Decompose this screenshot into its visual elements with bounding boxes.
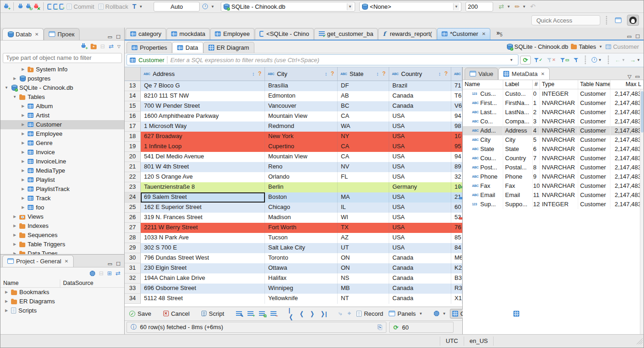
cell-extra[interactable]: B3: [451, 273, 462, 284]
sidebar-item-artist[interactable]: ▶Artist: [0, 111, 124, 120]
expand-arrow-icon[interactable]: ▶: [21, 205, 25, 209]
expand-arrow-icon[interactable]: ▶: [21, 113, 25, 117]
cell-city[interactable]: Brasília: [265, 81, 338, 91]
meta-column-header-label[interactable]: Label: [503, 80, 533, 89]
new-folder-icon[interactable]: +: [91, 45, 97, 49]
meta-row-city[interactable]: ABCCityCity5NVARCHARCustomer2,147,483: [463, 135, 644, 145]
cell-extra[interactable]: 85: [451, 233, 462, 243]
column-header-datasource[interactable]: DataSource: [60, 279, 96, 287]
maximize-icon[interactable]: ☐: [116, 261, 121, 267]
cell-state[interactable]: CA: [338, 152, 389, 162]
meta-column-header-max-l[interactable]: Max L: [610, 80, 644, 89]
tab-properties[interactable]: Properties: [126, 42, 172, 53]
cell-extra[interactable]: 10: [451, 132, 462, 142]
cell-country[interactable]: Canada: [389, 91, 451, 101]
cell-address[interactable]: 1600 Amphitheatre Parkway: [141, 111, 265, 122]
sidebar-item-invoice[interactable]: ▶Invoice: [0, 148, 124, 157]
cell-state[interactable]: NV: [338, 162, 389, 172]
apply-filter-button[interactable]: ✓: [533, 57, 544, 64]
cell-state[interactable]: CA: [338, 111, 389, 122]
cell-state[interactable]: WA: [338, 122, 389, 132]
delete-row-button[interactable]: −: [269, 310, 278, 317]
cell-address[interactable]: 194A Chain Lake Drive: [141, 273, 265, 284]
custom-filter-button[interactable]: [572, 57, 580, 64]
open-perspective-button[interactable]: [612, 15, 624, 26]
expand-arrow-icon[interactable]: ▶: [21, 132, 25, 136]
sidebar-item-sqlite-chinook-db[interactable]: ▼✓SQLite - Chinook.db: [0, 83, 124, 93]
sidebar-item-table-triggers[interactable]: ▶Table Triggers: [0, 240, 124, 249]
cell-extra[interactable]: T6: [451, 91, 462, 101]
meta-row-lastna-[interactable]: ABCLast...LastNa...2NVARCHARCustomer2,14…: [463, 108, 644, 117]
row-number[interactable]: 30: [125, 253, 141, 263]
goto-row-button[interactable]: ⤷: [337, 309, 344, 318]
expand-all-icon[interactable]: ⊞: [107, 270, 112, 277]
navigator-filter-input[interactable]: [3, 53, 122, 63]
save-button[interactable]: ✓Save: [127, 309, 153, 318]
cell-city[interactable]: Redmond: [265, 122, 338, 132]
sql-filter-input[interactable]: Customer Enter a SQL expression to filte…: [126, 54, 518, 65]
cell-state[interactable]: TX: [338, 223, 389, 233]
cell-country[interactable]: USA: [389, 122, 451, 132]
expand-arrow-icon[interactable]: ▶: [21, 150, 25, 154]
expand-arrow-icon[interactable]: ▶: [12, 242, 17, 246]
cell-address[interactable]: 700 W Pender Street: [141, 101, 265, 111]
cell-city[interactable]: Cupertino: [265, 142, 338, 152]
new-connection-icon[interactable]: +: [80, 43, 87, 49]
sidebar-item-data-types[interactable]: ▶Data Types: [0, 249, 124, 254]
collapse-all-icon[interactable]: ⊟: [100, 43, 105, 50]
row-number[interactable]: 16: [125, 111, 141, 122]
editor-tab--customer[interactable]: *Customer✕: [437, 28, 490, 40]
cell-city[interactable]: New York: [265, 132, 338, 142]
minimize-icon[interactable]: ▭: [108, 261, 112, 267]
cell-extra[interactable]: 76: [451, 223, 462, 233]
cell-state[interactable]: NY: [338, 132, 389, 142]
plug-icon[interactable]: [17, 4, 24, 10]
row-number[interactable]: 34: [125, 294, 141, 304]
settings-gear-icon[interactable]: [90, 271, 95, 276]
row-number[interactable]: 19: [125, 142, 141, 152]
meta-row-state[interactable]: ABCStateState6NVARCHARCustomer2,147,483: [463, 145, 644, 154]
remove-filter-button[interactable]: ✕: [546, 57, 557, 64]
cell-country[interactable]: USA: [389, 243, 451, 253]
column-header-partial[interactable]: ABC: [451, 67, 462, 81]
editor-tab--sqlite-chino[interactable]: <SQLite - Chino: [255, 28, 314, 40]
tab-metadata[interactable]: MetaData✕: [498, 68, 550, 80]
collapse-arrow-icon[interactable]: ▼: [4, 86, 9, 90]
editor-tab-mockdata[interactable]: mockdata: [167, 28, 210, 40]
cell-state[interactable]: CA: [338, 142, 389, 152]
expand-arrow-icon[interactable]: ▶: [21, 104, 25, 108]
sidebar-item-playlisttrack[interactable]: ▶PlaylistTrack: [0, 185, 124, 194]
row-number[interactable]: 24: [125, 192, 141, 203]
first-row-button[interactable]: |❬: [287, 306, 295, 321]
panels-button[interactable]: Panels▼: [387, 309, 425, 318]
cell-city[interactable]: Ottawa: [265, 263, 338, 273]
meta-row-postal-[interactable]: ABCPost...Postal...8NVARCHARCustomer2,14…: [463, 163, 644, 172]
last-row-button[interactable]: ❭|: [318, 309, 329, 318]
row-number[interactable]: 22: [125, 172, 141, 182]
cell-extra[interactable]: K2: [451, 263, 462, 273]
resize-grip[interactable]: [636, 338, 643, 344]
expand-arrow-icon[interactable]: ▶: [21, 159, 25, 163]
cell-city[interactable]: Mountain View: [265, 111, 338, 122]
project-item-er-diagrams[interactable]: ▶ER Diagrams: [0, 297, 124, 306]
expand-arrow-icon[interactable]: ▶: [21, 67, 25, 71]
cell-address[interactable]: 230 Elgin Street: [141, 263, 265, 273]
sidebar-item-employee[interactable]: ▶Employee: [0, 129, 124, 139]
close-icon[interactable]: ✕: [482, 31, 486, 36]
cell-address[interactable]: 5112 48 Street: [141, 294, 265, 304]
refresh-sync-button[interactable]: ⇄▼: [497, 2, 512, 11]
record-button[interactable]: Record: [355, 309, 385, 318]
row-number[interactable]: 13: [125, 81, 141, 91]
row-number[interactable]: 18: [125, 132, 141, 142]
save-filter-button[interactable]: ▭: [559, 57, 571, 64]
cell-country[interactable]: Canada: [389, 101, 451, 111]
fetch-next-button[interactable]: →▼: [628, 56, 642, 64]
cell-extra[interactable]: 94: [451, 111, 462, 122]
column-header-city[interactable]: ABCCity↕?: [265, 67, 338, 81]
expand-arrow-icon[interactable]: ▶: [12, 215, 17, 219]
row-number[interactable]: 17: [125, 122, 141, 132]
collapse-all-icon[interactable]: ⊟: [99, 270, 104, 277]
sidebar-item-indexes[interactable]: ▶Indexes: [0, 221, 124, 231]
maximize-icon[interactable]: ☐: [116, 34, 121, 40]
sidebar-item-mediatype[interactable]: ▶MediaType: [0, 166, 124, 175]
